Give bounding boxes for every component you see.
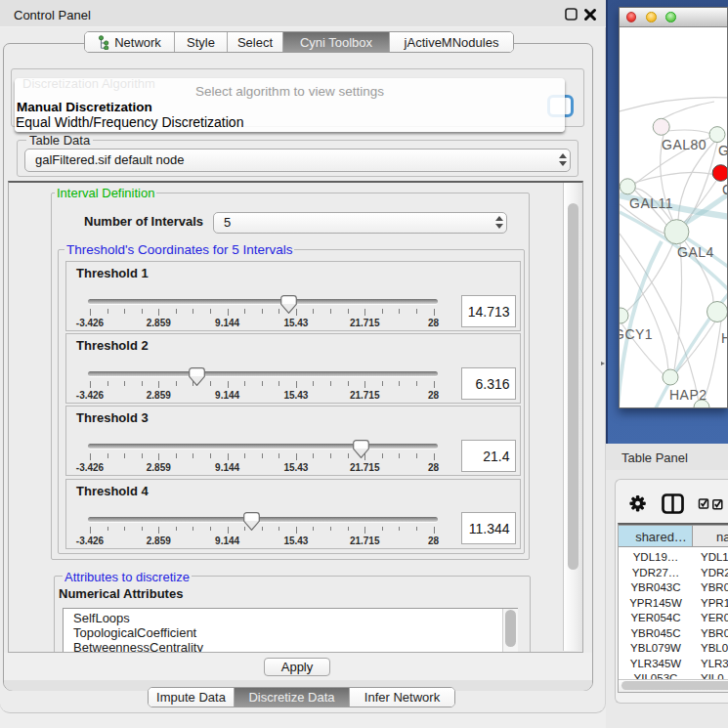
svg-text:GCY1: GCY1 (620, 326, 653, 342)
svg-text:HAP2: HAP2 (669, 387, 707, 403)
svg-text:GAL80: GAL80 (662, 137, 707, 152)
svg-text:GAL4: GAL4 (677, 244, 714, 260)
svg-text:H: H (721, 330, 727, 346)
svg-text:C: C (722, 182, 727, 197)
svg-text:GAL11: GAL11 (629, 195, 673, 211)
svg-text:GA: GA (718, 143, 727, 158)
